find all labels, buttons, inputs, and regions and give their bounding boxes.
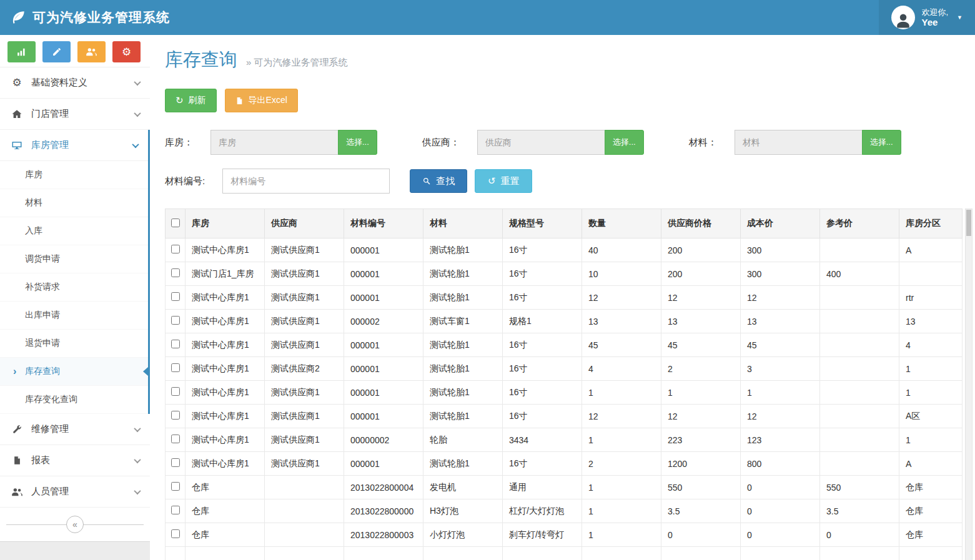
cell-cost-price: 12 xyxy=(741,286,820,310)
subitem-label: 入库 xyxy=(25,225,42,237)
chevron-down-icon xyxy=(134,78,141,85)
cell-reference-price xyxy=(820,357,899,381)
scrollbar-thumb[interactable] xyxy=(966,210,971,236)
app-title: 可为汽修业务管理系统 xyxy=(32,9,170,26)
cell-spec: 16寸 xyxy=(503,405,582,428)
row-checkbox[interactable] xyxy=(171,292,180,301)
material-select-button[interactable]: 选择... xyxy=(862,130,901,155)
row-checkbox[interactable] xyxy=(171,435,180,443)
shortcut-stats-button[interactable] xyxy=(7,41,36,62)
row-checkbox-cell xyxy=(166,286,186,310)
sidebar-subitem-outbound-request[interactable]: 出库申请 xyxy=(0,302,148,330)
page-title: 库存查询 xyxy=(165,47,237,72)
material-filter-input[interactable] xyxy=(735,130,863,155)
cell-reference-price xyxy=(820,405,899,428)
filters: 库房： 选择... 供应商： 选择... 材料： 选择... 材料编号: xyxy=(165,130,975,194)
column-header-cost-price: 成本价 xyxy=(741,209,820,238)
table-row: 测试门店1_库房 测试供应商1 000001 测试轮胎1 16寸 10 200 … xyxy=(166,262,963,286)
row-checkbox[interactable] xyxy=(171,363,180,372)
cell-warehouse: 仓库 xyxy=(186,476,265,499)
chevron-down-icon xyxy=(134,109,141,116)
cell-reference-price: 3.5 xyxy=(820,499,899,523)
row-checkbox[interactable] xyxy=(171,482,180,491)
refresh-button[interactable]: ↻ 刷新 xyxy=(165,89,217,112)
sidebar-subitem-transfer-request[interactable]: 调货申请 xyxy=(0,245,148,273)
supplier-select-button[interactable]: 选择... xyxy=(605,130,644,155)
material-no-filter-group: 材料编号: xyxy=(165,169,390,194)
warehouse-select-button[interactable]: 选择... xyxy=(338,130,377,155)
cell-warehouse-zone: 1 xyxy=(899,381,963,405)
row-checkbox-cell xyxy=(166,523,186,547)
bar-chart-icon xyxy=(16,47,27,57)
cell-supplier: 测试供应商1 xyxy=(265,286,344,310)
cell-spec: 16寸 xyxy=(503,238,582,262)
warehouse-filter-input[interactable] xyxy=(210,130,339,155)
table-row: 测试中心库房1 测试供应商1 00000002 轮胎 3434 1 223 12… xyxy=(166,428,963,452)
sidebar-subitem-replenish-request[interactable]: 补货请求 xyxy=(0,273,148,302)
sidebar-subitem-inbound[interactable]: 入库 xyxy=(0,217,148,245)
row-checkbox-cell xyxy=(166,238,186,262)
pencil-icon xyxy=(52,47,62,57)
row-checkbox[interactable] xyxy=(171,245,180,253)
user-menu[interactable]: 欢迎你,Yee ▼ xyxy=(879,0,975,35)
sidebar-item-label: 维修管理 xyxy=(31,423,69,435)
row-checkbox[interactable] xyxy=(171,268,180,277)
cell-material: 测试车窗1 xyxy=(423,310,503,333)
row-checkbox[interactable] xyxy=(171,529,180,538)
supplier-filter-input[interactable] xyxy=(477,130,605,155)
cell-warehouse-zone: 仓库 xyxy=(899,476,963,499)
cell-material-no: 000002 xyxy=(344,310,423,333)
sidebar-subitem-stock-query[interactable]: › 库存查询 xyxy=(0,358,148,386)
cell-material: 发电机 xyxy=(423,476,503,499)
sidebar-item-store-mgmt[interactable]: 门店管理 xyxy=(0,99,150,130)
shortcut-users-button[interactable] xyxy=(77,41,106,62)
sidebar-item-label: 人员管理 xyxy=(31,486,69,498)
select-all-checkbox[interactable] xyxy=(171,219,180,227)
cell-quantity: 40 xyxy=(582,238,661,262)
cell-supplier: 测试供应商1 xyxy=(265,428,344,452)
row-checkbox[interactable] xyxy=(171,411,180,420)
cell-material: 测试轮胎1 xyxy=(423,357,503,381)
sidebar-item-reports[interactable]: 报表 xyxy=(0,445,150,476)
cell-spec: 杠灯/大灯灯泡 xyxy=(503,499,582,523)
row-checkbox[interactable] xyxy=(171,340,180,348)
shortcut-settings-button[interactable]: ⚙ xyxy=(112,41,141,62)
export-excel-button[interactable]: 导出Excel xyxy=(225,89,298,112)
sidebar-subitem-material[interactable]: 材料 xyxy=(0,189,148,217)
search-label: 查找 xyxy=(436,175,455,187)
cell-cost-price: 12 xyxy=(741,405,820,428)
cell-material: 测试轮胎1 xyxy=(423,405,503,428)
cell-cost-price: 800 xyxy=(741,452,820,476)
sidebar-item-warehouse-mgmt[interactable]: 库房管理 xyxy=(0,130,148,161)
collapse-sidebar-button[interactable]: « xyxy=(66,516,84,533)
search-button[interactable]: 查找 xyxy=(410,169,467,193)
row-checkbox[interactable] xyxy=(171,458,180,467)
sidebar-subitem-stock-change-query[interactable]: 库存变化查询 xyxy=(0,386,148,414)
sidebar-item-personnel[interactable]: 人员管理 xyxy=(0,476,150,508)
row-checkbox[interactable] xyxy=(171,316,180,325)
cell-supplier-price: 2 xyxy=(661,357,741,381)
sidebar-item-base-data[interactable]: ⚙ 基础资料定义 xyxy=(0,67,150,99)
cell-warehouse: 测试中心库房1 xyxy=(186,333,265,357)
table-row: 测试中心库房1 测试供应商1 000001 测试轮胎1 16寸 1 1 1 1 xyxy=(166,381,963,405)
row-checkbox[interactable] xyxy=(171,506,180,514)
reset-button[interactable]: ↺ 重置 xyxy=(475,169,532,193)
cell-material-no: 000001 xyxy=(344,381,423,405)
subitem-label: 出库申请 xyxy=(25,310,60,321)
cell-cost-price: 300 xyxy=(741,238,820,262)
cell-quantity: 1 xyxy=(582,499,661,523)
cell-reference-price xyxy=(820,381,899,405)
sidebar-subitem-return-request[interactable]: 退货申请 xyxy=(0,330,148,358)
cell-supplier-price xyxy=(661,547,741,560)
sidebar-item-repair-mgmt[interactable]: 维修管理 xyxy=(0,414,150,445)
cell-quantity: 2 xyxy=(582,452,661,476)
sidebar-subitem-warehouse[interactable]: 库房 xyxy=(0,161,148,189)
row-checkbox[interactable] xyxy=(171,387,180,396)
cell-quantity: 12 xyxy=(582,405,661,428)
refresh-label: 刷新 xyxy=(189,95,206,106)
shortcut-edit-button[interactable] xyxy=(42,41,71,62)
cell-supplier-price: 550 xyxy=(661,476,741,499)
chevron-down-icon xyxy=(132,140,139,147)
vertical-scrollbar[interactable] xyxy=(965,209,973,560)
material-no-filter-input[interactable] xyxy=(222,169,390,194)
